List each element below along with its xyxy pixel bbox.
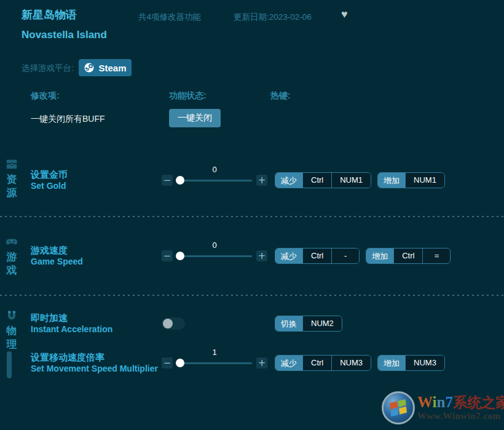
gold-slider: − 0 +	[162, 175, 267, 186]
feature-label-zh: 游戏速度	[31, 245, 162, 256]
watermark-url: Www.Winwin7.com	[417, 411, 504, 421]
instant-acceleration-toggle[interactable]	[162, 317, 185, 330]
feature-row-instant-acceleration: 即时加速 Instant Acceleration 切换 NUM2	[31, 308, 502, 339]
feature-label-zh: 设置移动速度倍率	[31, 352, 162, 363]
sidebar-section-game[interactable]	[5, 235, 18, 249]
hotkey-key: Ctrl	[302, 249, 331, 263]
steam-button-label: Steam	[98, 63, 126, 73]
increase-button[interactable]: +	[256, 250, 267, 261]
decrease-button[interactable]: −	[162, 357, 173, 368]
section-separator	[0, 295, 504, 296]
hotkey-increase[interactable]: 增加 NUM1	[377, 172, 445, 188]
feature-label-en: Instant Acceleration	[31, 324, 162, 335]
brand-letter: 7	[445, 394, 453, 410]
winwin7-watermark: Win7系统之家 Www.Winwin7.com	[382, 391, 504, 424]
hotkey-key: -	[331, 249, 359, 263]
hotkey-key: NUM3	[405, 356, 444, 370]
chest-icon	[5, 157, 18, 171]
hotkey-decrease[interactable]: 减少 Ctrl -	[275, 248, 360, 264]
hotkey-action-label: 增加	[378, 356, 405, 370]
scroll-indicator[interactable]	[7, 351, 12, 378]
magnet-icon	[5, 309, 18, 322]
hotkey-key: Ctrl	[302, 173, 331, 188]
column-header-hotkey: 热键:	[270, 90, 291, 102]
hotkey-key: NUM2	[302, 316, 342, 331]
hotkey-key: =	[422, 249, 450, 263]
feature-label-en: Set Gold	[31, 180, 162, 191]
steam-icon	[84, 62, 95, 73]
decrease-button[interactable]: −	[162, 250, 173, 261]
brand-letter: n	[437, 394, 446, 410]
slider-value: 0	[177, 165, 252, 174]
hotkey-action-label: 减少	[275, 356, 302, 370]
hotkey-key: Ctrl	[302, 356, 331, 370]
hotkey-decrease[interactable]: 减少 Ctrl NUM3	[275, 355, 371, 371]
slider-knob[interactable]	[176, 359, 184, 367]
brand-suffix: 系统之家	[453, 395, 504, 410]
slider-knob[interactable]	[176, 252, 184, 260]
feature-row-movement-speed: 设置移动速度倍率 Set Movement Speed Multiplier −…	[31, 348, 502, 378]
feature-count: 共4项修改器功能	[138, 12, 201, 23]
hotkey-action-label: 增加	[378, 173, 405, 188]
close-all-buff-label: 一键关闭所有BUFF	[31, 114, 105, 125]
feature-row-game-speed: 游戏速度 Game Speed − 0 + 减少 Ctrl - 增加	[31, 241, 502, 271]
sidebar-label-char: 资	[5, 172, 18, 186]
slider-value: 0	[177, 241, 252, 250]
hotkey-increase[interactable]: 增加 NUM3	[377, 355, 445, 371]
hotkey-increase[interactable]: 增加 Ctrl =	[366, 248, 451, 264]
watermark-brand: Win7系统之家	[417, 394, 504, 411]
feature-row-set-gold: 设置金币 Set Gold − 0 + 减少 Ctrl NUM1 增加	[31, 165, 502, 196]
feature-label-en: Game Speed	[31, 256, 162, 267]
windows-logo-icon	[382, 391, 415, 424]
sidebar-section-resources[interactable]	[5, 157, 18, 171]
hotkey-key: NUM1	[405, 173, 444, 188]
section-separator	[0, 216, 504, 217]
sidebar-label-char: 理	[5, 337, 18, 351]
hotkey-action-label: 减少	[275, 249, 302, 263]
sidebar-section-physics[interactable]	[5, 309, 18, 322]
hotkey-toggle[interactable]: 切换 NUM2	[275, 316, 342, 332]
gamepad-icon	[5, 235, 18, 249]
column-header-status: 功能状态:	[169, 90, 207, 102]
slider-track[interactable]: 0	[177, 250, 252, 261]
update-date: 更新日期:2023-02-06	[234, 12, 312, 23]
hotkey-key: NUM1	[331, 173, 371, 188]
sidebar-label-char: 游	[5, 250, 18, 264]
toggle-knob	[163, 319, 173, 328]
slider-knob[interactable]	[176, 176, 184, 185]
hotkey-decrease[interactable]: 减少 Ctrl NUM1	[275, 172, 371, 188]
brand-letter: W	[417, 394, 433, 410]
decrease-button[interactable]: −	[162, 175, 173, 186]
hotkey-key: Ctrl	[393, 249, 422, 263]
hotkey-action-label: 切换	[275, 316, 302, 331]
game-title-zh: 新星岛物语	[22, 7, 77, 22]
sidebar-label-char: 物	[5, 324, 18, 338]
favorite-heart-icon[interactable]: ♥	[341, 8, 348, 21]
sidebar-label-char: 源	[5, 186, 18, 200]
column-header-items: 修改项:	[31, 90, 60, 102]
feature-label-zh: 设置金币	[31, 169, 162, 180]
increase-button[interactable]: +	[256, 357, 267, 368]
steam-platform-button[interactable]: Steam	[79, 59, 132, 76]
movement-speed-slider: − 1 +	[162, 357, 267, 368]
hotkey-action-label: 增加	[366, 249, 393, 263]
trainer-window: 新星岛物语 共4项修改器功能 更新日期:2023-02-06 ♥ Novaste…	[0, 0, 504, 430]
game-title-en: Novastella Island	[22, 29, 107, 41]
hotkey-action-label: 减少	[275, 173, 302, 188]
slider-track[interactable]: 1	[177, 357, 252, 368]
slider-value: 1	[177, 348, 252, 357]
brand-letter: i	[433, 394, 437, 410]
feature-label-zh: 即时加速	[31, 313, 162, 324]
slider-track[interactable]: 0	[177, 175, 252, 186]
game-speed-slider: − 0 +	[162, 250, 267, 261]
hotkey-key: NUM3	[331, 356, 371, 370]
platform-select-label: 选择游戏平台:	[22, 63, 74, 74]
increase-button[interactable]: +	[256, 175, 267, 186]
sidebar-label-char: 戏	[5, 263, 18, 277]
close-all-buff-button[interactable]: 一键关闭	[169, 109, 221, 127]
feature-label-en: Set Movement Speed Multiplier	[31, 363, 162, 374]
